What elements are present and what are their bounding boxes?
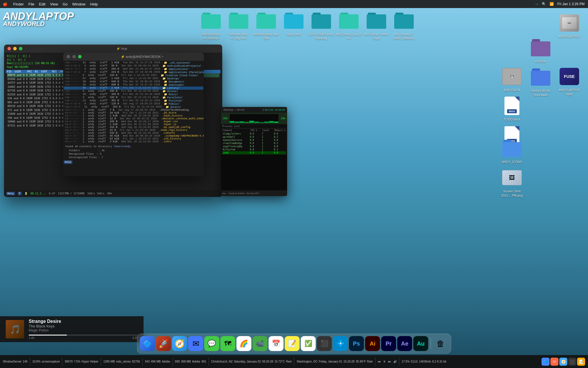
dock-reminders[interactable]: ✅ [301,336,316,351]
min-btn-files[interactable] [72,55,76,58]
music-player: 🎵 Strange Desire The Black Keys Magic Po… [0,316,144,342]
folder-au-game-l[interactable]: AU_Game_Lab_Dev [336,10,362,41]
todo-docx-icon[interactable]: docx TODO.docx [499,95,525,121]
safari-dock[interactable]: 🧭 [559,358,567,366]
file-row[interactable]: rwx-r-xr-x 3 andy staff 96 B Sat Dec 26 … [64,64,203,68]
play-icon[interactable]: ⏸ [383,360,386,363]
folder-au-game-center[interactable]: AU Game Center Logo [363,10,389,41]
andydata-icon[interactable]: 💾 ANDYDATA [499,66,525,92]
dock-launchpad[interactable]: 🚀 [156,336,171,351]
dock-finder[interactable]: 🔷 [140,336,155,351]
dock-vscode[interactable]: 💠 [333,336,348,351]
file-row[interactable]: rw-r--r-- 1 andy staff 7 B Sat Aug 17 10… [64,109,203,112]
folder-witches-backup[interactable]: Witches Way A...backup [198,10,224,41]
menu-file[interactable]: File [28,2,34,6]
file-row[interactable]: rwx-r-xr-x 7 andy staff 224 B Sun Dec 27… [64,71,203,74]
statusbar-location2: Washington, DC Friday, January 01 15:26:… [297,360,373,363]
file-row[interactable]: rwx-r-xr-x 4 andy staff 128 B Sat Aug 17… [64,102,203,106]
prev-icon[interactable]: ⏮ [378,360,381,363]
statusbar-sep4 [142,357,143,366]
dock-messages[interactable]: 💬 [204,336,219,351]
vtop-process-row[interactable]: eyboardservice0.010.0 [222,139,286,142]
vol-icon[interactable]: 🔊 [393,360,397,363]
next-icon[interactable]: ⏭ [388,360,391,363]
file-row[interactable]: rwx------ 41 andy staff 1 KiB Tue Dec 15… [64,61,203,64]
dock-terminal[interactable]: ⬛ [317,336,332,351]
vtop-process-row[interactable]: sageTrackingAg0.010.0 [222,145,286,148]
screenshot-icon[interactable]: 🖼 Screen Shot 2021-...PM.png [499,167,525,198]
file-row[interactable]: rwx------ 6 andy staff 192 B Fri Dec 25 … [64,90,203,93]
fuse-icon-desktop[interactable]: FUSE ANDYLAPTOP WIN [556,66,582,96]
folder-witches-ping[interactable]: Witches Way P...ing Dev [226,10,252,41]
folder-au-game-c[interactable]: AU_Game_C enter_Website [391,10,417,41]
file-row[interactable]: rwx------ 6 andy staff 192 B Fri Jan 1 1… [64,74,203,77]
close-button[interactable] [7,47,11,50]
vtop-process-row[interactable]: creenTimeWidge0.010.2 [222,142,286,145]
dock-premiere[interactable]: Pr [381,336,396,351]
vtop-process-row[interactable]: LCompilerServ0.070.0 [222,132,286,135]
terminal-dock[interactable]: ⬛ [568,358,576,366]
menu-view[interactable]: View [50,2,58,6]
andy-icons-folder[interactable]: ANDY_ICONS [499,138,525,164]
file-row[interactable]: rwx-r-xr-x 11 andy staff 352 B Fri Dec 2… [64,106,203,109]
file-row[interactable]: rwx------ 11 andy staff 352 B Fri Dec 25… [64,99,203,102]
dock-notes[interactable]: 📝 [285,336,300,351]
file-row[interactable]: rw-r--r-- 1 andy staff 102 B Wed Dec 30 … [64,120,203,123]
vtop-process-row[interactable]: KitSystem0.010.2 [222,148,286,151]
andylaptop-hd-icon[interactable]: HD ANDYLAPTOP [556,13,582,39]
folder-nwjs[interactable]: nwjs_start [281,10,307,36]
dock-mail[interactable]: ✉ [188,336,203,351]
file-row[interactable]: rw------- 1 andy staff 532 B Wed Dec 30 … [64,132,203,135]
file-row[interactable]: rw-r--r-- 1 andy staff 3 KiB Wed Dec 16 … [64,140,203,143]
dock-photos[interactable]: 🌈 [237,336,252,351]
folder-label: Witches Way P...ing Dev [226,32,252,41]
file-row[interactable]: rw------- 1 andy staff 16 B Sat Dec 26 0… [64,117,203,120]
notes-dock[interactable]: 📝 [577,358,585,366]
music-progress-bar[interactable] [29,335,138,336]
hevga-icon[interactable]: HEVGA [528,37,554,63]
menu-help[interactable]: Help [90,2,98,6]
menu-window[interactable]: Window [72,2,86,6]
folder-witches-app[interactable]: Witches Way App Dev [253,10,279,41]
vtop-sort-cpu[interactable]: Sort by CPU [246,192,259,195]
dock-safari[interactable]: 🧭 [172,336,187,351]
mail-dock[interactable]: ✉ [550,358,558,366]
menu-edit[interactable]: Edit [39,2,45,6]
max-btn-files[interactable] [78,55,82,58]
dock-facetime[interactable]: 📹 [253,336,268,351]
file-row[interactable]: rwx------ 20 andy staff 640 B Thu Dec 31… [64,80,203,83]
file-row[interactable]: rwx------ 19 andy staff 608 B Thu Dec 31… [64,83,203,87]
folder-nz-usa[interactable]: NZ to USA Family Banking [308,10,334,41]
finder-dock[interactable]: 🔷 [541,358,550,366]
file-row[interactable]: rw-r--r-- 1 andy staff 315 B Sun Aug 18 … [64,126,203,129]
vtop-jump-bottom[interactable]: ↓ Jump to bottom [227,192,245,195]
vtop-process-row[interactable]: ikdd0.010.0 [222,151,286,154]
dock-trash[interactable]: 🗑 [433,336,448,351]
file-row[interactable]: rw-r--r-- 1 andy staff 18 KiB Fri Jan 1 … [64,112,203,114]
vtop-process-row[interactable]: ppleSpell0.010.2 [222,135,286,139]
close-btn-files[interactable] [67,55,70,58]
file-row[interactable]: rwx------ 10 andy staff 320 B Fri Dec 25… [64,93,203,96]
menu-go[interactable]: Go [63,2,67,6]
dock-audition[interactable]: Au [413,336,428,351]
menubar-search-icon[interactable]: 🔍 [542,2,546,6]
dock-photoshop[interactable]: Ps [349,336,364,351]
maximize-button[interactable] [19,47,22,50]
file-row[interactable]: rwx-r--r-- 4 andy staff 256 B Wed Dec 23… [64,68,203,71]
file-row[interactable]: rwx------ 57 andy staff 1 KiB Fri Jan 1 … [64,77,203,80]
dock-calendar[interactable]: 📅 [269,336,284,351]
minimize-button[interactable] [13,47,17,50]
apple-menu[interactable]: 🍎 [3,2,7,6]
dock-maps[interactable]: 🗺 [220,336,235,351]
file-row[interactable]: rwx------ 95 andy staff 2 KiB Fri Jan 1 … [64,87,203,90]
games-soul-icon[interactable]: Games Wi the Soul alias [528,67,554,97]
file-row[interactable]: rw-r--r-- 1 andy staff 46 KiB Wed Dec 30… [64,135,203,137]
file-row[interactable]: rw------- 1 andy staff 1 KiB Wed Dec 30 … [64,114,203,117]
menu-finder[interactable]: Finder [13,2,24,6]
file-row[interactable]: rw-r--r-- 1 andy staff 22 B Fri Jan 1 21… [64,129,203,132]
file-row[interactable]: rwx------ 3 andy staff 192 B Fri Dec 25 … [64,96,203,99]
file-row[interactable]: rw-r--r-- 1 andy staff 1 KiB Wed Dec 30 … [64,123,203,126]
dock-aftereffects[interactable]: Ae [397,336,412,351]
dock-illustrator[interactable]: Ai [365,336,380,351]
file-row[interactable]: rw------- 1 andy staff 52 KiB Fri Jan 1 … [64,137,203,140]
